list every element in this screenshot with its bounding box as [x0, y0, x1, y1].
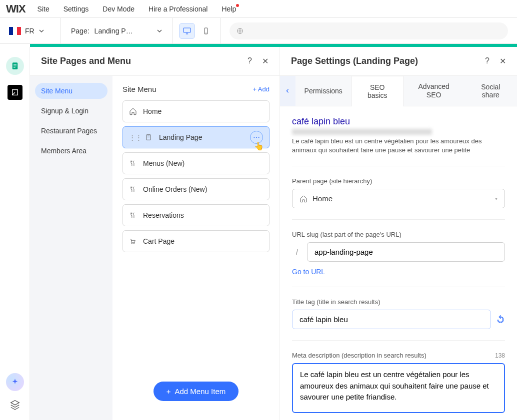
more-options-button[interactable]: ⋯	[250, 131, 263, 144]
menu-item-label: Online Orders (New)	[143, 185, 207, 193]
title-tag-input[interactable]	[292, 310, 491, 329]
tab-seo-basics[interactable]: SEO basics	[352, 76, 404, 106]
add-menu-item-label: Add Menu Item	[175, 387, 226, 396]
menu-item-cart-page[interactable]: Cart Page	[122, 230, 270, 252]
menu-help-label: Help	[222, 5, 236, 13]
refresh-icon	[496, 315, 505, 324]
globe-icon	[236, 27, 244, 34]
meta-description-label: Meta description (description in search …	[292, 352, 426, 359]
language-selector[interactable]: FR	[0, 18, 61, 43]
sidebar-item-members-area[interactable]: Members Area	[35, 143, 108, 159]
drag-handle-icon[interactable]: ⋮⋮	[129, 134, 142, 141]
chevron-down-icon	[156, 28, 162, 34]
add-menu-item-button[interactable]: + Add Menu Item	[154, 382, 238, 401]
parent-page-select[interactable]: Home ▾	[292, 189, 505, 208]
url-field[interactable]	[230, 22, 508, 39]
menu-settings[interactable]: Settings	[64, 5, 89, 13]
url-slug-input[interactable]	[307, 242, 505, 262]
menu-item-reservations[interactable]: Reservations	[122, 204, 270, 226]
plus-icon: +	[166, 387, 171, 396]
settings-tabs: Permissions SEO basics Advanced SEO Soci…	[280, 76, 517, 106]
cart-icon	[129, 238, 138, 245]
page-settings-panel: Page Settings (Landing Page) ? ✕ Permiss…	[280, 47, 517, 420]
close-button[interactable]: ✕	[262, 56, 268, 66]
left-rail	[0, 47, 30, 420]
flag-icon	[9, 27, 21, 35]
home-icon	[129, 107, 138, 115]
svg-rect-0	[184, 28, 190, 32]
seo-basics-content: café lapin bleu Le café lapin bleu est u…	[280, 106, 517, 420]
menu-item-online-orders[interactable]: Online Orders (New)	[122, 178, 270, 200]
menu-hire[interactable]: Hire a Professional	[148, 5, 208, 13]
rail-cms-button[interactable]	[8, 85, 22, 100]
menu-item-home[interactable]: Home	[122, 100, 270, 122]
close-button[interactable]: ✕	[500, 56, 506, 66]
reset-button[interactable]	[496, 315, 505, 324]
help-button[interactable]: ?	[248, 56, 252, 66]
go-to-url-link[interactable]: Go to URL	[292, 268, 325, 276]
pages-sidebar: Site Menu Signup & Login Restaurant Page…	[30, 76, 112, 420]
desktop-view-button[interactable]	[179, 23, 195, 39]
menu-item-menus[interactable]: Menus (New)	[122, 152, 270, 174]
preview-url	[292, 129, 432, 135]
page-label: Page:	[71, 27, 90, 35]
menu-list: Home ⋮⋮ Landing Page ⋯ 👆 Menus (New)	[122, 100, 270, 252]
menu-area: Site Menu + Add Home ⋮⋮ Landing Page ⋯ 👆	[112, 76, 280, 420]
divider	[292, 287, 505, 287]
page-icon	[10, 61, 20, 70]
add-link[interactable]: + Add	[252, 85, 270, 93]
menu-devmode[interactable]: Dev Mode	[102, 5, 134, 13]
menu-item-label: Landing Page	[159, 133, 202, 141]
tab-social-share[interactable]: Social share	[464, 76, 517, 106]
menu-item-landing-page[interactable]: ⋮⋮ Landing Page ⋯ 👆	[122, 126, 270, 148]
svg-point-7	[134, 243, 134, 244]
main-layout: Site Pages and Menu ? ✕ Site Menu Signup…	[0, 47, 517, 420]
divider	[292, 166, 505, 166]
mobile-view-button[interactable]	[198, 23, 214, 39]
help-button[interactable]: ?	[485, 56, 490, 66]
menu-item-label: Reservations	[143, 211, 184, 219]
top-menu: Site Settings Dev Mode Hire a Profession…	[38, 5, 236, 13]
fork-icon	[129, 186, 138, 193]
svg-point-2	[206, 32, 206, 33]
tab-scroll-left[interactable]	[280, 76, 296, 106]
search-preview: café lapin bleu Le café lapin bleu est u…	[292, 116, 505, 155]
tab-advanced-seo[interactable]: Advanced SEO	[404, 76, 464, 106]
tab-label: Advanced SEO	[412, 82, 456, 99]
rail-ai-button[interactable]	[6, 373, 24, 391]
sidebar-item-site-menu[interactable]: Site Menu	[35, 83, 108, 99]
title-tag-label: Title tag (title in search results)	[292, 298, 505, 306]
slash-label: /	[292, 248, 302, 256]
lang-code: FR	[25, 27, 34, 35]
divider	[292, 340, 505, 341]
wix-logo: WIX	[6, 2, 26, 15]
layers-icon	[10, 399, 20, 410]
site-pages-panel: Site Pages and Menu ? ✕ Site Menu Signup…	[30, 47, 280, 420]
home-icon	[300, 195, 308, 203]
preview-description: Le café lapin bleu est un centre végétal…	[292, 137, 505, 155]
topbar: WIX Site Settings Dev Mode Hire a Profes…	[0, 0, 517, 18]
menu-help[interactable]: Help	[222, 5, 236, 13]
chevron-left-icon	[285, 88, 290, 93]
sidebar-item-signup-login[interactable]: Signup & Login	[35, 103, 108, 119]
parent-page-value: Home	[312, 194, 332, 203]
viewport-switcher	[173, 18, 220, 43]
meta-description-textarea[interactable]	[292, 363, 505, 413]
tab-permissions[interactable]: Permissions	[296, 76, 352, 106]
menu-site[interactable]: Site	[38, 5, 50, 13]
chevron-down-icon	[38, 28, 44, 34]
site-menu-heading: Site Menu	[122, 85, 156, 93]
divider	[292, 219, 505, 220]
menu-item-label: Cart Page	[143, 237, 174, 245]
site-pages-header: Site Pages and Menu ? ✕	[30, 47, 280, 76]
sidebar-item-restaurant-pages[interactable]: Restaurant Pages	[35, 123, 108, 139]
chevron-down-icon: ▾	[495, 196, 498, 201]
meta-char-count: 138	[495, 352, 505, 359]
page-selector[interactable]: Page: Landing P…	[61, 18, 173, 43]
site-pages-title: Site Pages and Menu	[41, 56, 131, 66]
rail-pages-button[interactable]	[6, 57, 24, 75]
url-bar	[220, 18, 517, 43]
menu-item-label: Home	[143, 107, 162, 115]
fork-icon	[129, 212, 138, 219]
rail-layers-button[interactable]	[10, 399, 20, 410]
